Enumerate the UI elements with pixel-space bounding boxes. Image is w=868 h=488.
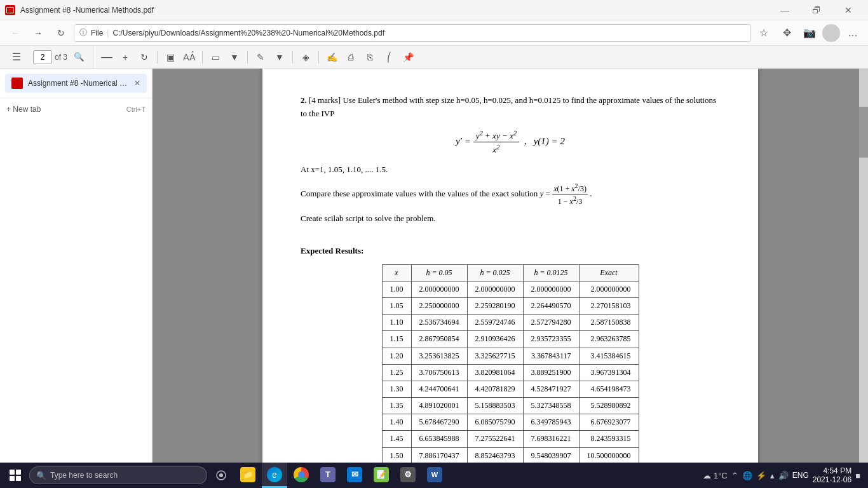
font-button[interactable]: AẢ	[180, 48, 198, 66]
time-display: 4:54 PM	[813, 466, 851, 475]
rotate-button[interactable]: ↻	[135, 48, 153, 66]
sidebar-toggle[interactable]: ☰	[5, 46, 28, 68]
col-exact: Exact	[579, 264, 639, 281]
table-cell: 2.250000000	[411, 297, 467, 314]
table-cell: 5.158883503	[467, 398, 523, 414]
refresh-button[interactable]: ↻	[51, 23, 71, 43]
page-number-input[interactable]	[33, 50, 52, 64]
maximize-button[interactable]: 🗗	[802, 0, 831, 20]
expected-title: Expected Results:	[301, 245, 720, 258]
table-row: 1.102.5367346942.5597247462.5727942802.5…	[382, 315, 639, 331]
zoom-in-button[interactable]: +	[116, 48, 134, 66]
notepad-button[interactable]: 📝	[369, 463, 394, 488]
table-cell: 2.000000000	[411, 281, 467, 297]
forward-button[interactable]: →	[28, 23, 48, 43]
settings-button[interactable]: ⚙	[395, 463, 421, 488]
table-header-row: x h = 0.05 h = 0.025 h = 0.0125 Exact	[382, 264, 639, 281]
script-text: Create scilab script to solve the proble…	[301, 212, 720, 226]
address-bar[interactable]: ⓘ File | C:/Users/piyu/Downloads/Assignm…	[74, 24, 751, 42]
taskbar-search[interactable]: 🔍 Type here to search	[29, 466, 207, 484]
table-row: 1.304.2447006414.4207818294.5284719274.6…	[382, 381, 639, 397]
compare-text: Compare these approximate values with th…	[301, 182, 720, 207]
search-page-button[interactable]: 🔍	[70, 48, 88, 66]
table-cell: 1.35	[382, 398, 411, 414]
table-cell: 2.587150838	[579, 315, 639, 331]
table-cell: 7.886170437	[411, 447, 467, 463]
volume-icon[interactable]: 🔊	[778, 471, 789, 480]
table-cell: 2.572794280	[523, 315, 579, 331]
table-cell: 1.25	[382, 364, 411, 381]
collections-button[interactable]: ✥	[776, 23, 797, 43]
word-button[interactable]: W	[422, 463, 447, 488]
col-h3: h = 0.0125	[523, 264, 579, 281]
sep3	[247, 51, 248, 64]
chrome-icon	[294, 467, 309, 482]
export-button[interactable]: ⎛	[380, 48, 398, 66]
table-cell: 3.967391304	[579, 364, 639, 381]
new-tab-button[interactable]: + New tab Ctrl+T	[0, 101, 152, 118]
taskview-button[interactable]	[208, 463, 234, 488]
table-cell: 6.676923077	[579, 414, 639, 431]
print-button[interactable]: ⎙	[342, 48, 360, 66]
table-cell: 2.000000000	[579, 281, 639, 297]
table-cell: 7.698316221	[523, 431, 579, 447]
table-cell: 3.889251900	[523, 364, 579, 381]
network-icon[interactable]: 🌐	[742, 471, 752, 480]
search-glass-icon: 🔍	[36, 471, 46, 480]
nav-down-button[interactable]: ▼	[226, 48, 243, 66]
nav-right: ☆ ✥ 📷 …	[754, 23, 863, 43]
avatar[interactable]	[822, 24, 840, 42]
cursor-button[interactable]: ✍	[323, 48, 341, 66]
table-cell: 2.910936426	[467, 331, 523, 348]
edge-button[interactable]: e	[262, 463, 287, 488]
mail-button[interactable]: ✉	[342, 463, 367, 488]
minimize-button[interactable]: —	[770, 0, 799, 20]
table-cell: 9.548039907	[523, 447, 579, 463]
table-cell: 1.15	[382, 331, 411, 348]
fit-page-button[interactable]: ▣	[161, 48, 179, 66]
save-button[interactable]: ⎘	[361, 48, 379, 66]
chrome-button[interactable]	[288, 463, 314, 488]
page-total: of 3	[55, 53, 67, 62]
table-cell: 2.000000000	[467, 281, 523, 297]
wifi-icon[interactable]: ▴	[770, 471, 775, 480]
caret-up-icon[interactable]: ⌃	[731, 471, 738, 480]
draw-button[interactable]: ◈	[297, 48, 315, 66]
sidebar-tab-pdf[interactable]: Assignment #8 -Numerical Meth ✕	[5, 74, 147, 93]
problem-text: [4 marks] Use Euler's method with step s…	[301, 95, 716, 118]
table-cell: 8.852463793	[467, 447, 523, 463]
read-button[interactable]: ▭	[207, 48, 224, 66]
teams-button[interactable]: T	[315, 463, 341, 488]
sidebar: Assignment #8 -Numerical Meth ✕ + New ta…	[0, 69, 153, 463]
col-x: x	[382, 264, 411, 281]
clock[interactable]: 4:54 PM 2021-12-06	[813, 466, 851, 484]
annotation-down[interactable]: ▼	[271, 48, 288, 66]
table-cell: 4.528471927	[523, 381, 579, 397]
page-nav: of 3 🔍	[28, 46, 93, 68]
annotation-button[interactable]: ✎	[252, 48, 269, 66]
table-cell: 1.00	[382, 281, 411, 297]
close-button[interactable]: ✕	[834, 0, 863, 20]
table-cell: 1.50	[382, 447, 411, 463]
battery-charging-icon[interactable]: ⚡	[756, 471, 766, 480]
back-button[interactable]: ←	[5, 23, 25, 43]
start-button[interactable]	[3, 463, 28, 488]
table-cell: 4.891020001	[411, 398, 467, 414]
minus-separator: —	[98, 50, 115, 64]
more-button[interactable]: …	[843, 23, 863, 43]
table-cell: 7.275522641	[467, 431, 523, 447]
col-h1: h = 0.05	[411, 264, 467, 281]
tab-close-button[interactable]: ✕	[134, 79, 140, 88]
notification-icon[interactable]: ■	[855, 471, 860, 480]
pin-button[interactable]: 📌	[399, 48, 417, 66]
scrollbar[interactable]	[859, 69, 868, 463]
favorites-button[interactable]: ☆	[754, 23, 774, 43]
sep4	[292, 51, 293, 64]
files-button[interactable]: 📁	[235, 463, 261, 488]
table-cell: 3.706750613	[411, 364, 467, 381]
screenshot-button[interactable]: 📷	[799, 23, 820, 43]
table-cell: 4.244700641	[411, 381, 467, 397]
scroll-thumb[interactable]	[859, 107, 868, 158]
table-cell: 2.963263785	[579, 331, 639, 348]
table-cell: 1.45	[382, 431, 411, 447]
